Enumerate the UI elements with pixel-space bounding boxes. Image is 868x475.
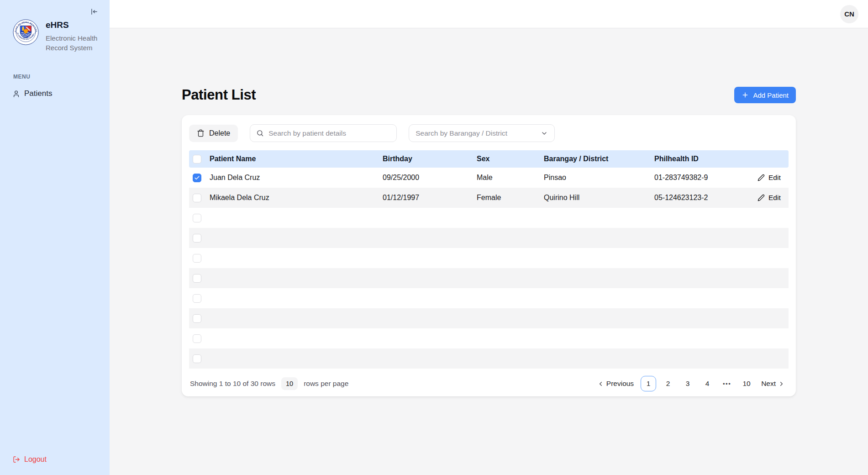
edit-button[interactable]: Edit: [758, 194, 781, 202]
table-row-empty: [189, 328, 789, 348]
table-row-empty: [189, 228, 789, 248]
page-header: Patient List Add Patient: [182, 87, 796, 103]
column-header-patient-name: Patient Name: [210, 155, 383, 163]
logout-button[interactable]: Logout: [13, 455, 47, 464]
row-checkbox[interactable]: [193, 274, 201, 283]
main-area: CN Patient List Add Patient: [110, 0, 868, 475]
table-toolbar: Delete Search by Barangay / Distri: [189, 124, 789, 142]
sidebar-collapse-icon[interactable]: [90, 8, 98, 16]
menu-section-label: MENU: [0, 53, 110, 80]
pagination: Previous 1234•••10 Next: [594, 376, 788, 391]
table-row-empty: [189, 248, 789, 268]
row-checkbox[interactable]: [193, 234, 201, 243]
cell-philhealth_id: 01-283749382-9: [654, 174, 758, 182]
row-checkbox[interactable]: [193, 334, 201, 343]
table-body: Juan Dela Cruz09/25/2000MalePinsao01-283…: [189, 168, 789, 369]
add-patient-button[interactable]: Add Patient: [734, 87, 796, 103]
edit-label: Edit: [768, 174, 781, 182]
pencil-icon: [758, 174, 765, 181]
page-button-10[interactable]: 10: [739, 376, 754, 391]
table-header-row: Patient Name Birthday Sex Barangay / Dis…: [189, 150, 789, 168]
table-row: Juan Dela Cruz09/25/2000MalePinsao01-283…: [189, 168, 789, 188]
column-header-birthday: Birthday: [383, 155, 477, 163]
logout-label: Logout: [24, 455, 47, 464]
brand-text: eHRS Electronic Health Record System: [46, 19, 107, 53]
previous-label: Previous: [606, 380, 634, 388]
rows-per-page-selector[interactable]: 10: [281, 377, 298, 390]
sidebar-item-label: Patients: [24, 89, 52, 98]
cell-name: Juan Dela Cruz: [210, 174, 383, 182]
barangay-filter-placeholder: Search by Barangay / District: [416, 129, 507, 137]
row-checkbox[interactable]: [193, 214, 201, 222]
page-button-4[interactable]: 4: [700, 376, 715, 391]
search-icon: [256, 129, 264, 137]
topbar: CN: [110, 0, 868, 28]
table-row-empty: [189, 288, 789, 308]
page-button-1[interactable]: 1: [641, 376, 656, 391]
app-name: eHRS: [46, 20, 107, 30]
cell-sex: Male: [477, 174, 544, 182]
app-subtitle: Electronic Health Record System: [46, 33, 107, 53]
patient-search-box: [250, 124, 397, 142]
select-all-checkbox[interactable]: [193, 155, 201, 164]
pencil-icon: [758, 194, 765, 201]
page-button-2[interactable]: 2: [660, 376, 676, 391]
row-checkbox[interactable]: [193, 174, 201, 182]
chevron-right-icon: [778, 380, 785, 387]
municipal-seal-logo: BAYAN NG REINA MERCEDES LALAWIGAN NG ISA…: [13, 19, 39, 45]
patient-search-input[interactable]: [268, 129, 390, 137]
cell-barangay: Quirino Hill: [544, 194, 654, 202]
column-header-philhealth: Philhealth ID: [654, 155, 758, 163]
patient-list-card: Delete Search by Barangay / Distri: [182, 115, 796, 396]
page-title: Patient List: [182, 87, 256, 103]
cell-barangay: Pinsao: [544, 174, 654, 182]
next-page-button[interactable]: Next: [758, 378, 788, 390]
cell-sex: Female: [477, 194, 544, 202]
delete-button[interactable]: Delete: [189, 125, 238, 142]
table-row-empty: [189, 308, 789, 328]
page-button-3[interactable]: 3: [680, 376, 695, 391]
column-header-barangay: Barangay / District: [544, 155, 654, 163]
showing-rows-text: Showing 1 to 10 of 30 rows: [190, 380, 275, 388]
row-checkbox[interactable]: [193, 294, 201, 303]
add-patient-label: Add Patient: [753, 91, 789, 99]
edit-button[interactable]: Edit: [758, 174, 781, 182]
avatar[interactable]: CN: [840, 5, 858, 23]
user-icon: [12, 90, 20, 98]
cell-birthday: 01/12/1997: [383, 194, 477, 202]
row-checkbox[interactable]: [193, 194, 201, 202]
rows-summary: Showing 1 to 10 of 30 rows 10 rows per p…: [190, 377, 348, 390]
row-checkbox[interactable]: [193, 354, 201, 363]
table-row: Mikaela Dela Cruz01/12/1997FemaleQuirino…: [189, 188, 789, 208]
delete-label: Delete: [209, 129, 230, 137]
row-checkbox[interactable]: [193, 254, 201, 263]
previous-page-button[interactable]: Previous: [594, 378, 637, 390]
table-row-empty: [189, 268, 789, 288]
app-root: BAYAN NG REINA MERCEDES LALAWIGAN NG ISA…: [0, 0, 868, 475]
cell-name: Mikaela Dela Cruz: [210, 194, 383, 202]
rows-per-page-label: rows per page: [304, 380, 348, 388]
table-row-empty: [189, 208, 789, 228]
cell-birthday: 09/25/2000: [383, 174, 477, 182]
pagination-ellipsis: •••: [719, 376, 735, 391]
table-footer: Showing 1 to 10 of 30 rows 10 rows per p…: [189, 369, 789, 394]
page-buttons: 1234•••10: [641, 376, 754, 391]
column-header-sex: Sex: [477, 155, 544, 163]
chevron-down-icon: [541, 130, 548, 137]
edit-label: Edit: [768, 194, 781, 202]
barangay-filter-select[interactable]: Search by Barangay / District: [409, 124, 555, 142]
content-area: Patient List Add Patient: [110, 28, 868, 475]
table-row-empty: [189, 348, 789, 369]
row-checkbox[interactable]: [193, 314, 201, 323]
next-label: Next: [761, 380, 776, 388]
cell-philhealth_id: 05-124623123-2: [654, 194, 758, 202]
trash-icon: [197, 129, 205, 137]
sidebar: BAYAN NG REINA MERCEDES LALAWIGAN NG ISA…: [0, 0, 110, 475]
chevron-left-icon: [597, 380, 604, 387]
logout-icon: [13, 456, 20, 463]
sidebar-item-patients[interactable]: Patients: [9, 86, 106, 101]
plus-icon: [742, 91, 749, 99]
